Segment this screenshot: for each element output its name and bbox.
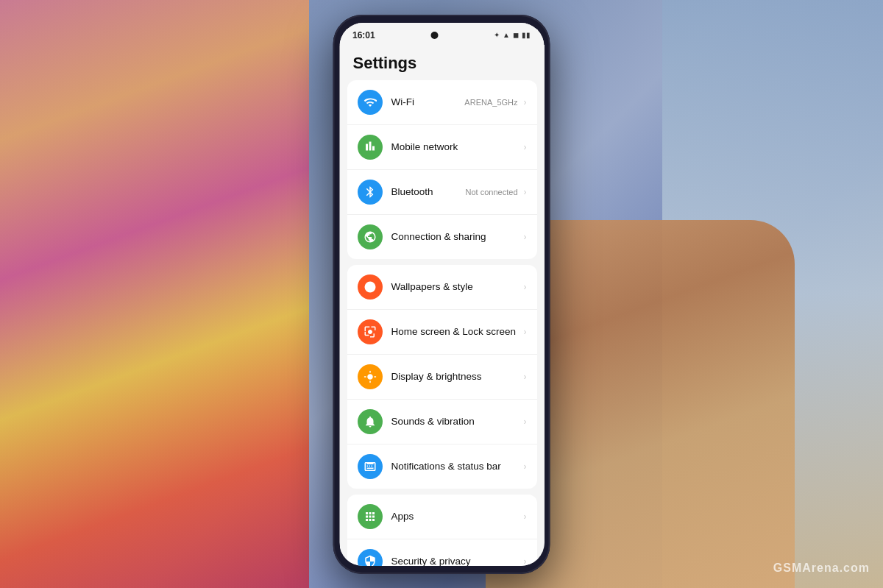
security-label: Security & privacy bbox=[391, 556, 520, 566]
status-time: 16:01 bbox=[352, 30, 375, 40]
watermark: GSMArena.com bbox=[773, 562, 870, 575]
wifi-item[interactable]: Wi-Fi ARENA_5GHz › bbox=[347, 80, 536, 125]
mobile-network-chevron-icon: › bbox=[523, 142, 526, 152]
apps-icon bbox=[357, 504, 382, 529]
security-item[interactable]: Security & privacy › bbox=[347, 539, 536, 566]
notifications-label: Notifications & status bar bbox=[391, 461, 520, 472]
connection-sharing-icon bbox=[357, 224, 382, 249]
bluetooth-label: Bluetooth bbox=[391, 186, 465, 197]
sounds-chevron-icon: › bbox=[523, 417, 526, 427]
apps-label: Apps bbox=[391, 511, 520, 522]
svg-point-1 bbox=[368, 285, 372, 288]
mobile-network-text: Mobile network bbox=[391, 141, 520, 152]
homescreen-item[interactable]: Home screen & Lock screen › bbox=[347, 310, 536, 355]
display-item[interactable]: Display & brightness › bbox=[347, 355, 536, 400]
wallpapers-item[interactable]: Wallpapers & style › bbox=[347, 265, 536, 310]
bluetooth-item[interactable]: Bluetooth Not connected › bbox=[347, 170, 536, 215]
wifi-icon bbox=[357, 90, 382, 115]
bluetooth-text: Bluetooth bbox=[391, 186, 465, 197]
bluetooth-status-icon: ✦ bbox=[494, 31, 500, 39]
wifi-status-icon: ▲ bbox=[503, 31, 510, 39]
notifications-chevron-icon: › bbox=[523, 461, 526, 472]
phone-screen: 16:01 ✦ ▲ ◼ ▮▮ Settings bbox=[339, 23, 544, 566]
apps-item[interactable]: Apps › bbox=[347, 495, 536, 539]
battery-status-icon: ▮▮ bbox=[522, 31, 531, 39]
wifi-value: ARENA_5GHz bbox=[464, 98, 517, 107]
front-camera bbox=[430, 32, 438, 39]
mobile-network-item[interactable]: Mobile network › bbox=[347, 125, 536, 170]
connection-sharing-text: Connection & sharing bbox=[391, 231, 520, 242]
sounds-label: Sounds & vibration bbox=[391, 416, 520, 427]
notifications-icon bbox=[357, 454, 382, 479]
settings-screen: Settings Wi-Fi ARENA_5GHz bbox=[339, 45, 544, 566]
display-text: Display & brightness bbox=[391, 371, 520, 382]
wallpapers-text: Wallpapers & style bbox=[391, 281, 520, 292]
sounds-item[interactable]: Sounds & vibration › bbox=[347, 400, 536, 444]
background-left bbox=[0, 0, 309, 588]
wifi-label: Wi-Fi bbox=[391, 96, 464, 107]
bluetooth-value: Not connected bbox=[465, 188, 517, 196]
connection-sharing-item[interactable]: Connection & sharing › bbox=[347, 215, 536, 259]
homescreen-label: Home screen & Lock screen bbox=[391, 326, 520, 337]
page-title: Settings bbox=[339, 45, 544, 80]
bluetooth-icon bbox=[357, 180, 382, 205]
homescreen-text: Home screen & Lock screen bbox=[391, 326, 520, 337]
connectivity-group: Wi-Fi ARENA_5GHz › Mobile network bbox=[347, 80, 536, 259]
security-text: Security & privacy bbox=[391, 556, 520, 566]
sounds-text: Sounds & vibration bbox=[391, 416, 520, 427]
display-label: Display & brightness bbox=[391, 371, 520, 382]
wifi-chevron-icon: › bbox=[523, 97, 526, 107]
wallpapers-icon bbox=[357, 274, 382, 300]
signal-status-icon: ◼ bbox=[513, 31, 519, 39]
phone-frame: 16:01 ✦ ▲ ◼ ▮▮ Settings bbox=[333, 15, 550, 574]
wallpapers-chevron-icon: › bbox=[523, 282, 526, 292]
wallpapers-label: Wallpapers & style bbox=[391, 281, 520, 292]
mobile-network-icon bbox=[357, 135, 382, 160]
status-icons: ✦ ▲ ◼ ▮▮ bbox=[494, 31, 531, 39]
connection-sharing-chevron-icon: › bbox=[523, 232, 526, 242]
status-bar: 16:01 ✦ ▲ ◼ ▮▮ bbox=[339, 23, 544, 45]
homescreen-chevron-icon: › bbox=[523, 327, 526, 337]
display-chevron-icon: › bbox=[523, 372, 526, 382]
connection-sharing-label: Connection & sharing bbox=[391, 231, 520, 242]
notifications-text: Notifications & status bar bbox=[391, 461, 520, 472]
security-chevron-icon: › bbox=[523, 556, 526, 566]
apps-text: Apps bbox=[391, 511, 520, 522]
mobile-network-label: Mobile network bbox=[391, 141, 520, 152]
apps-chevron-icon: › bbox=[523, 511, 526, 522]
wifi-text: Wi-Fi bbox=[391, 96, 464, 107]
appearance-group: Wallpapers & style › Home screen & Lock … bbox=[347, 265, 536, 489]
notifications-item[interactable]: Notifications & status bar › bbox=[347, 444, 536, 489]
bluetooth-chevron-icon: › bbox=[523, 187, 526, 197]
sounds-icon bbox=[357, 409, 382, 434]
display-icon bbox=[357, 364, 382, 389]
homescreen-icon bbox=[357, 319, 382, 344]
security-icon bbox=[357, 549, 382, 566]
system-group: Apps › Security & privacy › bbox=[347, 495, 536, 566]
